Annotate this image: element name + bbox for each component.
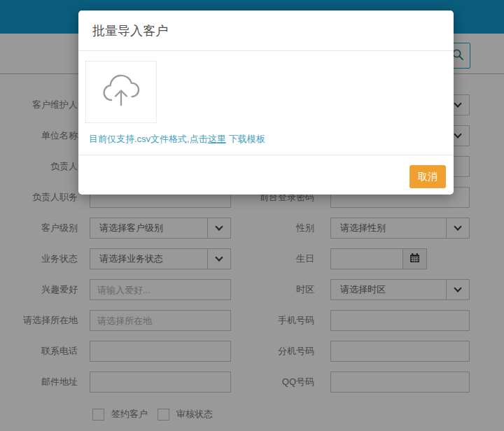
click-here-link[interactable]: 这里: [208, 134, 226, 144]
modal-footer: 取消: [78, 155, 454, 195]
page: 客户维护人 单位名称 负责人 负责人职务 前: [0, 0, 504, 431]
modal-title: 批量导入客户: [78, 10, 454, 51]
download-template-link[interactable]: 下载模板: [229, 134, 265, 144]
modal-body: 目前仅支持.csv文件格式,点击这里下载模板: [78, 51, 454, 155]
batch-import-modal: 批量导入客户 目前仅支持.csv文件格式,点击这里下载模板 取消: [78, 10, 454, 195]
cancel-button[interactable]: 取消: [410, 165, 446, 188]
csv-format-note: 目前仅支持.csv文件格式,点击这里下载模板: [89, 133, 265, 146]
cloud-upload-icon: [101, 74, 141, 111]
file-upload-dropzone[interactable]: [85, 61, 157, 123]
